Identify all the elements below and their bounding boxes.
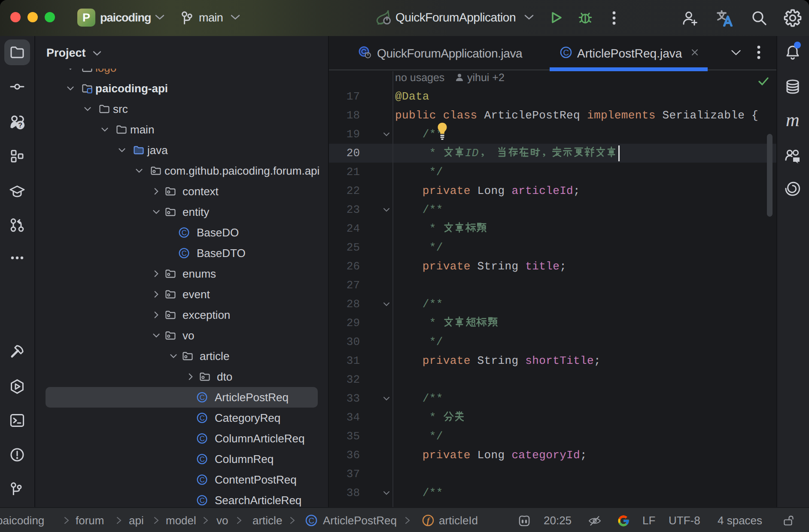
svg-text:?: ?	[18, 121, 22, 129]
svg-text:f: f	[427, 516, 431, 526]
